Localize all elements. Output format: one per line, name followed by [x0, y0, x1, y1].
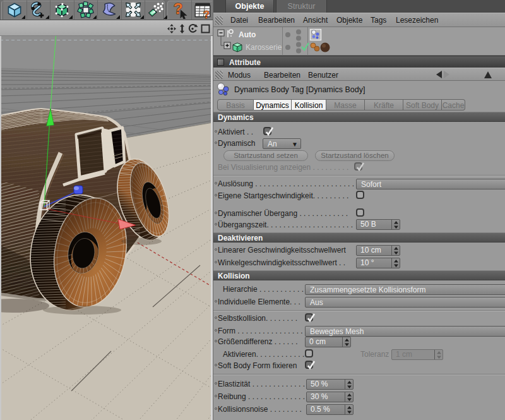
- svg-text:?: ?: [203, 9, 210, 19]
